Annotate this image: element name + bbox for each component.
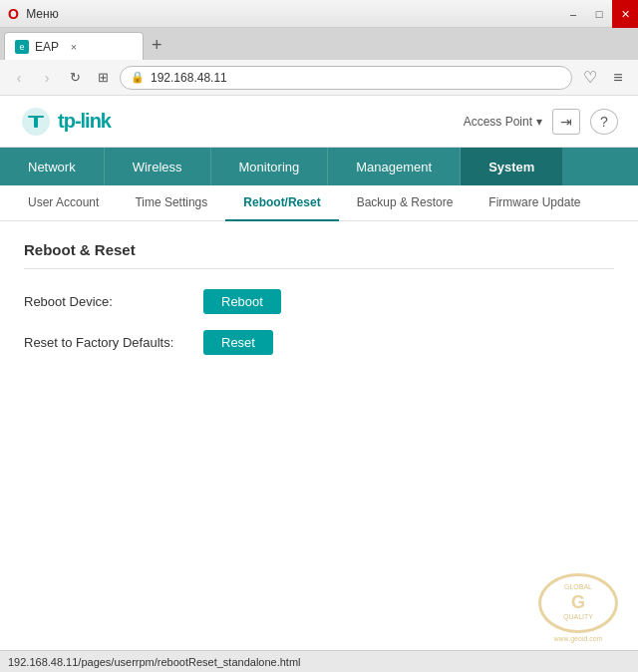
- address-text: 192.168.48.11: [151, 71, 561, 85]
- section-title: Reboot & Reset: [24, 241, 614, 269]
- browser-action-buttons: ♡ ≡: [578, 66, 630, 90]
- logo-text: tp-link: [58, 110, 111, 133]
- reboot-row: Reboot Device: Reboot: [24, 289, 614, 314]
- sub-nav-firmware-update[interactable]: Firmware Update: [471, 185, 598, 221]
- watermark-line1: GLOBAL: [563, 583, 593, 591]
- watermark-circle: GLOBAL G QUALITY: [538, 573, 618, 633]
- reset-button[interactable]: Reset: [203, 330, 273, 355]
- browser-tabs: e EAP × +: [0, 28, 638, 60]
- minimize-button[interactable]: –: [560, 0, 586, 28]
- menu-button[interactable]: ≡: [606, 66, 630, 90]
- lock-icon: 🔒: [131, 71, 145, 84]
- grid-button[interactable]: ⊞: [92, 67, 114, 89]
- close-button[interactable]: ✕: [612, 0, 638, 28]
- access-point-label: Access Point: [464, 115, 532, 129]
- nav-item-system[interactable]: System: [461, 148, 563, 185]
- tab-label: EAP: [35, 40, 59, 54]
- forward-button[interactable]: ›: [36, 67, 58, 89]
- favorite-button[interactable]: ♡: [578, 66, 602, 90]
- main-nav: Network Wireless Monitoring Management S…: [0, 148, 638, 185]
- new-tab-button[interactable]: +: [144, 35, 170, 56]
- sub-nav-backup-restore[interactable]: Backup & Restore: [339, 185, 472, 221]
- sub-nav: User Account Time Settings Reboot/Reset …: [0, 185, 638, 221]
- browser-titlebar: O Меню – □ ✕: [0, 0, 638, 28]
- watermark-url: www.geoid.com: [553, 635, 602, 642]
- maximize-button[interactable]: □: [586, 0, 612, 28]
- browser-controls: ‹ › ↻ ⊞ 🔒 192.168.48.11 ♡ ≡: [0, 60, 638, 96]
- watermark-logo-g: G: [563, 592, 593, 614]
- refresh-button[interactable]: ↻: [64, 67, 86, 89]
- help-button[interactable]: ?: [590, 109, 618, 135]
- window-controls: – □ ✕: [560, 0, 638, 28]
- reset-label: Reset to Factory Defaults:: [24, 335, 203, 350]
- dropdown-icon: ▾: [536, 115, 542, 129]
- help-icon: ?: [600, 114, 608, 130]
- tab-close-button[interactable]: ×: [67, 40, 81, 54]
- address-bar[interactable]: 🔒 192.168.48.11: [120, 66, 572, 90]
- page-content: Reboot & Reset Reboot Device: Reboot Res…: [0, 221, 638, 391]
- reset-row: Reset to Factory Defaults: Reset: [24, 330, 614, 355]
- tplink-logo: tp-link: [20, 106, 111, 138]
- back-button[interactable]: ‹: [8, 67, 30, 89]
- menu-label: Меню: [19, 7, 59, 21]
- reboot-button[interactable]: Reboot: [203, 289, 281, 314]
- nav-item-wireless[interactable]: Wireless: [105, 148, 211, 185]
- sub-nav-user-account[interactable]: User Account: [10, 185, 117, 221]
- watermark-content: GLOBAL G QUALITY: [563, 583, 593, 621]
- reboot-label: Reboot Device:: [24, 294, 203, 309]
- tplink-header: tp-link Access Point ▾ ⇥ ?: [0, 96, 638, 148]
- nav-item-monitoring[interactable]: Monitoring: [211, 148, 329, 185]
- access-point-selector[interactable]: Access Point ▾: [464, 115, 542, 129]
- opera-icon: O: [8, 6, 19, 22]
- nav-item-network[interactable]: Network: [0, 148, 105, 185]
- header-right: Access Point ▾ ⇥ ?: [464, 109, 618, 135]
- sub-nav-reboot-reset[interactable]: Reboot/Reset: [225, 185, 338, 221]
- logo-svg: [20, 106, 52, 138]
- watermark: GLOBAL G QUALITY www.geoid.com: [528, 572, 628, 642]
- svg-rect-2: [34, 116, 38, 128]
- watermark-line3: QUALITY: [563, 613, 593, 621]
- sub-nav-time-settings[interactable]: Time Settings: [117, 185, 225, 221]
- tab-favicon: e: [15, 40, 29, 54]
- status-url: 192.168.48.11/pages/userrpm/rebootReset_…: [8, 656, 301, 668]
- logout-button[interactable]: ⇥: [552, 109, 580, 135]
- status-bar: 192.168.48.11/pages/userrpm/rebootReset_…: [0, 650, 638, 672]
- active-tab[interactable]: e EAP ×: [4, 32, 144, 60]
- nav-item-management[interactable]: Management: [328, 148, 461, 185]
- logout-icon: ⇥: [560, 114, 572, 130]
